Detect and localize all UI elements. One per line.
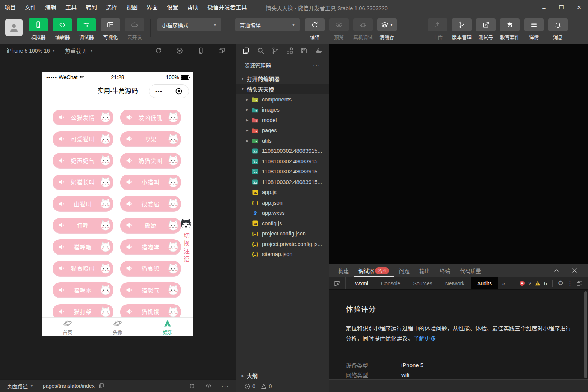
menu-item[interactable]: 项目 <box>0 0 20 15</box>
debugger-button[interactable]: 调试器 <box>77 18 96 44</box>
restart-icon[interactable] <box>155 47 162 54</box>
more-actions-icon[interactable]: ··· <box>222 383 229 389</box>
gear-icon[interactable]: ⚙ <box>558 279 564 287</box>
sound-button[interactable]: 奶猫长叫 <box>53 175 113 190</box>
menu-item[interactable]: 编辑 <box>41 0 61 15</box>
avatar[interactable] <box>5 19 23 36</box>
education-button[interactable]: 教育套件 <box>500 18 520 44</box>
undock-icon[interactable] <box>576 280 583 286</box>
outline-section[interactable]: ▶ 大纲 <box>236 371 329 381</box>
tree-item-file[interactable]: {..}app.json <box>236 198 329 208</box>
sound-button[interactable]: 打呼 <box>53 218 113 233</box>
tree-section[interactable]: ▼情头天天换 <box>236 84 329 95</box>
panel-tab-build[interactable]: 构建 <box>333 264 354 277</box>
details-button[interactable]: 详情 <box>524 18 544 44</box>
sound-button[interactable]: 撒娇 <box>120 218 181 233</box>
tree-item-file[interactable]: {..}sitemap.json <box>236 249 329 260</box>
files-icon[interactable] <box>242 47 250 54</box>
device-icon[interactable] <box>197 47 204 54</box>
sound-button[interactable]: 奶猫尖叫 <box>120 153 181 168</box>
tree-item-file[interactable]: {..}project.config.json <box>236 229 329 239</box>
phone-tab-首页[interactable]: 首页 <box>42 318 92 336</box>
editor-empty-area[interactable] <box>329 44 588 264</box>
more-menu-icon[interactable]: ••• <box>149 89 169 94</box>
compile-mode-select[interactable]: 普通编译 ▼ <box>235 18 300 31</box>
visual-button[interactable]: 可视化 <box>101 18 120 44</box>
preview-eye-icon[interactable] <box>205 383 212 389</box>
close-panel-icon[interactable] <box>571 267 578 274</box>
menu-item[interactable]: 界面 <box>142 0 162 15</box>
compile-button[interactable]: 编译 <box>305 18 325 44</box>
husky-icon[interactable] <box>179 218 193 230</box>
devtools-tab-sources[interactable]: Sources <box>407 277 438 289</box>
test-account-button[interactable]: 测试号 <box>476 18 496 44</box>
sound-button[interactable]: 发凶低吼 <box>120 110 181 125</box>
stop-icon[interactable] <box>176 47 183 54</box>
explorer-more-icon[interactable]: ··· <box>313 62 320 68</box>
sound-button[interactable]: 公猫发情 <box>53 110 113 125</box>
tree-item-folder[interactable]: ▶components <box>236 94 329 105</box>
search-icon[interactable] <box>257 47 265 54</box>
warning-badge-icon[interactable] <box>535 280 541 286</box>
sound-button[interactable]: 猫怨气 <box>120 282 181 297</box>
sound-button[interactable]: 吵架 <box>120 131 181 146</box>
editor-button[interactable]: 编辑器 <box>53 18 72 44</box>
tree-item-folder[interactable]: ▶pages <box>236 125 329 136</box>
remote-debug-icon[interactable] <box>189 383 195 389</box>
devtools-tab-console[interactable]: Console <box>375 277 407 289</box>
collapse-panel-icon[interactable] <box>553 267 560 274</box>
sound-button[interactable]: 猫喝水 <box>53 282 113 297</box>
scrollbar-thumb[interactable] <box>584 291 587 378</box>
sound-button[interactable]: 猫饥饿 <box>120 304 181 319</box>
menu-item[interactable]: 微信开发者工具 <box>203 0 251 15</box>
sound-button[interactable]: 很委屈 <box>120 196 181 211</box>
sound-button[interactable]: 猫哀怨 <box>120 261 181 276</box>
more-tabs-icon[interactable]: » <box>498 280 509 286</box>
tree-item-file[interactable]: 1108100302.48083915... <box>236 167 329 177</box>
sound-button[interactable]: 猫咆哮 <box>120 239 181 254</box>
inspect-element-icon[interactable] <box>329 277 346 289</box>
tree-item-folder[interactable]: ▶utils <box>236 136 329 146</box>
devtools-tab-audits[interactable]: Audits <box>471 277 498 289</box>
simulator-button[interactable]: 模拟器 <box>29 18 48 44</box>
tree-item-file[interactable]: JSconfig.js <box>236 218 329 229</box>
grid-icon[interactable] <box>286 47 293 54</box>
menu-item[interactable]: 设置 <box>162 0 183 15</box>
sound-button[interactable]: 山猫叫 <box>53 196 113 211</box>
sound-button[interactable]: 猫打架 <box>53 304 113 319</box>
maximize-button[interactable]: ☐ <box>553 0 570 15</box>
sound-button[interactable]: 奶声奶气 <box>53 153 113 168</box>
version-control-button[interactable]: 版本管理 <box>452 18 472 44</box>
whale-icon[interactable] <box>315 47 323 54</box>
close-button[interactable]: ✕ <box>570 0 588 15</box>
exit-target-icon[interactable] <box>169 87 189 95</box>
tree-item-file[interactable]: 3app.wxss <box>236 208 329 219</box>
hot-reload-toggle[interactable]: 热重载 开 ▼ <box>65 47 93 54</box>
menu-item[interactable]: 转到 <box>81 0 101 15</box>
chevron-down-icon[interactable]: ▼ <box>30 384 33 388</box>
sound-button[interactable]: 猫呼噜 <box>53 239 113 254</box>
menu-item[interactable]: 帮助 <box>183 0 203 15</box>
sound-button[interactable]: 可爱猫叫 <box>53 131 113 146</box>
copy-path-icon[interactable] <box>98 383 104 389</box>
tree-item-file[interactable]: JSapp.js <box>236 187 329 198</box>
tree-item-file[interactable]: 1108100302.48083915... <box>236 146 329 157</box>
phone-tab-头像[interactable]: 头像 <box>92 318 142 336</box>
devtools-tab-wxml[interactable]: Wxml <box>349 277 375 289</box>
menu-item[interactable]: 视图 <box>122 0 142 15</box>
menu-item[interactable]: 工具 <box>61 0 81 15</box>
devtools-tab-network[interactable]: Network <box>439 277 471 289</box>
device-selector[interactable]: iPhone 5 100% 16 ▼ <box>7 48 55 54</box>
kebab-menu-icon[interactable]: ⋮ <box>567 280 573 287</box>
tree-item-file[interactable]: 1108100302.48083915... <box>236 177 329 187</box>
sound-button[interactable]: 小猫叫 <box>120 175 181 190</box>
panel-tab-code-quality[interactable]: 代码质量 <box>455 264 486 277</box>
tree-item-file[interactable]: 1108100302.48083915... <box>236 156 329 167</box>
mode-select[interactable]: 小程序模式 ▼ <box>157 18 221 31</box>
minimize-button[interactable]: – <box>535 0 553 15</box>
panel-tab-issues[interactable]: 问题 <box>394 264 414 277</box>
panel-tab-terminal[interactable]: 终端 <box>435 264 455 277</box>
tree-item-folder[interactable]: ▶model <box>236 115 329 125</box>
menu-item[interactable]: 选择 <box>101 0 122 15</box>
error-badge-icon[interactable] <box>519 280 525 286</box>
